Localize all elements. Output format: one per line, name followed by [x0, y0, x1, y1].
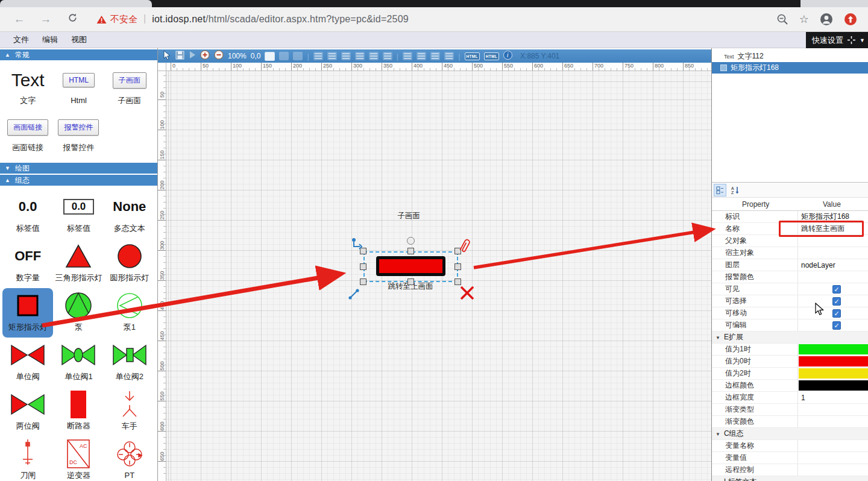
paste-button[interactable]	[293, 52, 303, 60]
prop-value-alarm-color[interactable]	[797, 271, 868, 283]
select-tool[interactable]	[163, 50, 171, 63]
canvas-settings-button[interactable]	[265, 52, 275, 61]
back-icon[interactable]: ←	[12, 13, 27, 26]
palette-item-cart-handle[interactable]: 车手	[104, 387, 155, 436]
object-item-rect-indicator-168[interactable]: 矩形指示灯168	[712, 62, 868, 74]
palette-item-multi-state-text[interactable]: None多态文本	[104, 189, 155, 239]
prop-value-layer[interactable]: nodeLayer	[797, 259, 868, 271]
palette-item-inverter[interactable]: ACDC逆变器	[53, 436, 104, 481]
align-center-button[interactable]	[327, 52, 337, 60]
rect-indicator-element[interactable]	[376, 256, 445, 276]
palette-item-unit-valve[interactable]: 单位阀	[2, 338, 53, 387]
section-header-general[interactable]: ▲常规	[0, 49, 157, 60]
security-warning[interactable]: 不安全	[96, 14, 137, 25]
palette-item-subscreen-widget[interactable]: 子画面子画面	[104, 64, 155, 111]
copy-button[interactable]	[279, 52, 289, 60]
prop-value-value-0-color[interactable]	[797, 356, 868, 367]
distribute-h-button[interactable]	[430, 52, 440, 60]
menu-file[interactable]: 文件	[13, 34, 29, 45]
palette-item-alarm-control-widget[interactable]: 报警控件报警控件	[53, 111, 104, 158]
prop-row-section-label-text[interactable]: ▼L标签文本	[712, 476, 868, 481]
save-button[interactable]	[175, 51, 184, 62]
palette-item-triangle-indicator[interactable]: 三角形指示灯	[53, 239, 104, 288]
color-swatch-border-color[interactable]	[799, 380, 868, 391]
palette-item-pump[interactable]: 泵	[53, 288, 104, 338]
prop-value-variable-name[interactable]	[797, 440, 868, 451]
color-swatch-value-1-color[interactable]	[799, 344, 868, 354]
forward-icon[interactable]: →	[39, 13, 53, 26]
prop-value-editable[interactable]: ✓	[797, 319, 868, 331]
categorized-view-button[interactable]	[714, 184, 726, 196]
object-item-text112[interactable]: Text 文字112	[712, 51, 868, 62]
align-right-button[interactable]	[341, 52, 351, 60]
screen-link-widget-button[interactable]: 画面链接	[7, 119, 48, 136]
bookmark-star-icon[interactable]: ☆	[799, 13, 809, 26]
connector-icon-bottom[interactable]	[348, 288, 360, 300]
prop-value-host-object[interactable]	[797, 247, 868, 259]
rotate-handle[interactable]	[407, 237, 415, 245]
color-swatch-value-0-color[interactable]	[799, 356, 868, 366]
align-left-button[interactable]	[313, 52, 323, 60]
zoom-in-button[interactable]	[200, 50, 210, 62]
preview-button[interactable]	[189, 51, 196, 61]
prop-value-name[interactable]: 跳转至主画面	[797, 223, 868, 234]
resize-handle-n[interactable]	[407, 248, 414, 254]
resize-handle-w[interactable]	[360, 263, 366, 270]
prop-value-value-2-color[interactable]	[797, 368, 868, 379]
prop-row-section-config[interactable]: ▼C组态	[712, 428, 868, 440]
menu-view[interactable]: 视图	[71, 34, 87, 45]
same-height-button[interactable]	[417, 52, 426, 60]
profile-icon[interactable]	[820, 13, 833, 26]
palette-item-two-way-valve[interactable]: 两位阀	[2, 387, 53, 436]
distribute-v-button[interactable]	[444, 52, 454, 60]
html-button-1[interactable]: HTML	[465, 52, 480, 60]
prop-value-border-color[interactable]	[797, 380, 868, 391]
align-top-button[interactable]	[355, 52, 365, 60]
color-swatch-value-2-color[interactable]	[799, 368, 868, 379]
palette-item-pt[interactable]: PT	[104, 436, 155, 481]
checkbox-movable[interactable]: ✓	[832, 309, 841, 318]
resize-handle-sw[interactable]	[360, 278, 366, 285]
subscreen-text[interactable]: 子画面	[379, 211, 439, 221]
connector-icon-top[interactable]	[351, 237, 365, 251]
section-header-config[interactable]: ▲组态	[0, 175, 157, 186]
prop-value-visible[interactable]: ✓	[797, 283, 868, 295]
resize-handle-e[interactable]	[454, 263, 461, 270]
menu-edit[interactable]: 编辑	[42, 34, 58, 45]
quick-settings[interactable]: 快速设置 ▼	[806, 32, 868, 48]
section-collapse-icon[interactable]: ▼	[715, 335, 720, 341]
prop-value-border-width[interactable]: 1	[797, 392, 868, 403]
align-middle-button[interactable]	[369, 52, 379, 60]
alphabetical-sort-button[interactable]: AZ	[729, 184, 741, 196]
palette-item-unit-valve-1[interactable]: 单位阀1	[53, 338, 104, 387]
checkbox-editable[interactable]: ✓	[832, 321, 841, 330]
prop-value-identifier[interactable]: 矩形指示灯168	[797, 211, 868, 222]
align-bottom-button[interactable]	[383, 52, 392, 60]
zoom-out-icon[interactable]	[776, 13, 788, 25]
palette-item-tag-value[interactable]: 0.0标签值	[2, 189, 53, 239]
palette-item-knife-switch[interactable]: 刀闸	[2, 436, 53, 481]
info-button[interactable]: i	[503, 51, 512, 62]
resize-handle-se[interactable]	[454, 278, 461, 285]
palette-item-circle-indicator[interactable]: 圆形指示灯	[104, 239, 155, 288]
checkbox-selectable[interactable]: ✓	[832, 297, 841, 306]
prop-value-selectable[interactable]: ✓	[797, 295, 868, 307]
checkbox-visible[interactable]: ✓	[832, 285, 841, 294]
subscreen-widget-button[interactable]: 子画面	[113, 72, 146, 89]
prop-value-gradient-color[interactable]	[797, 416, 868, 427]
palette-item-tag-value-boxed[interactable]: 0.0标签值	[53, 189, 104, 239]
palette-item-screen-link-widget[interactable]: 画面链接画面链接	[2, 111, 53, 158]
prop-value-remote-control[interactable]	[797, 464, 868, 476]
prop-value-movable[interactable]: ✓	[797, 307, 868, 319]
prop-value-parent-object[interactable]	[797, 235, 868, 247]
browser-tab[interactable]	[0, 0, 152, 7]
zoom-out-button[interactable]	[214, 50, 224, 62]
palette-item-html-widget[interactable]: HTMLHtml	[53, 64, 104, 111]
reload-icon[interactable]	[65, 13, 80, 26]
resize-handle-s[interactable]	[407, 278, 414, 285]
prop-value-value-1-color[interactable]	[797, 344, 868, 355]
palette-item-pump-1[interactable]: 泵1	[104, 288, 155, 338]
palette-item-breaker[interactable]: 断路器	[53, 387, 104, 436]
same-width-button[interactable]	[403, 52, 412, 60]
palette-item-digital-value[interactable]: OFF数字量	[2, 239, 53, 288]
